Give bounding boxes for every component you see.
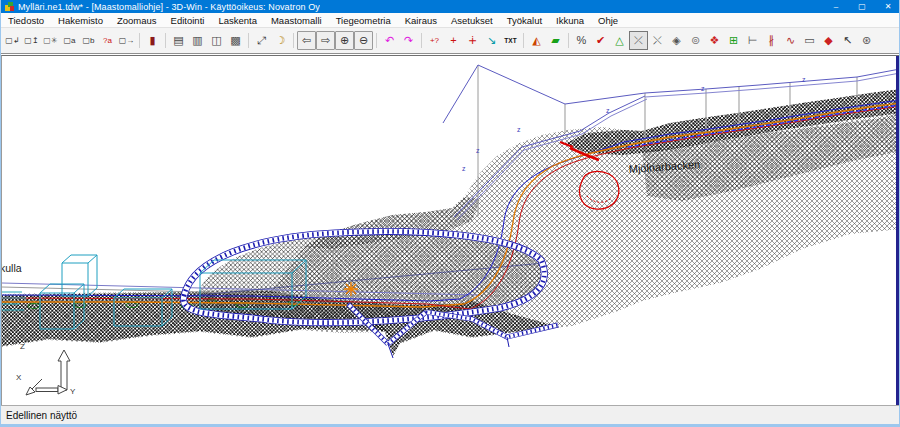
toolbar-button-read-file[interactable]: ▢↲ xyxy=(3,31,22,50)
toolbar-button-previous-view[interactable]: ⇦ xyxy=(297,31,316,50)
svg-text:Z: Z xyxy=(20,342,25,351)
toolbar-button-shade-view[interactable]: ☽ xyxy=(271,31,290,50)
toolbar-button-query-file[interactable]: ?a xyxy=(98,31,117,50)
toolbar-button-pick-tool[interactable]: ↖ xyxy=(838,31,857,50)
toolbar-button-fit-window[interactable]: ⤢ xyxy=(252,31,271,50)
toolbar-button-file-formats[interactable]: ▢✳ xyxy=(41,31,60,50)
toolbar-button-image-capture[interactable]: ▥ xyxy=(188,31,207,50)
menu-item-tiedosto[interactable]: Tiedosto xyxy=(1,13,51,27)
toolbar-button-copy-file-b[interactable]: ▢b xyxy=(79,31,98,50)
terrain-3d-view[interactable]: z z z z z z xyxy=(2,56,900,405)
toolbar-button-export-file[interactable]: ▢→ xyxy=(117,31,136,50)
toolbar-button-zoom-out[interactable]: ⊖ xyxy=(354,31,373,50)
menu-item-editointi[interactable]: Editointi xyxy=(164,13,212,27)
toolbar: ▢↲▢↥▢✳▢a▢b?a▢→▮▤▥◫▩⤢☽⇦⇨⊕⊖↶↷+?+∔↘TXT◭▰%✔△… xyxy=(1,27,900,54)
toolbar-button-novatron-document[interactable]: ▮ xyxy=(143,31,162,50)
toolbar-button-undo[interactable]: ↶ xyxy=(380,31,399,50)
toolbar-button-ruler-vertical[interactable]: ⊢ xyxy=(743,31,762,50)
close-button[interactable]: ✕ xyxy=(875,0,900,13)
menu-item-ikkuna[interactable]: Ikkuna xyxy=(549,13,591,27)
toolbar-button-save-view[interactable]: ◫ xyxy=(207,31,226,50)
svg-text:z: z xyxy=(701,85,705,92)
minimize-button[interactable]: – xyxy=(823,0,849,13)
svg-text:Y: Y xyxy=(70,387,76,396)
menu-item-kairaus[interactable]: Kairaus xyxy=(398,13,444,27)
maximize-button[interactable]: ▢ xyxy=(849,0,875,13)
toolbar-button-color-cube[interactable]: ❖ xyxy=(705,31,724,50)
toolbar-button-profile-curves[interactable]: ∿ xyxy=(781,31,800,50)
status-text: Edellinen näyttö xyxy=(6,410,77,421)
window-title: Mylläri.ne1.tdw* - [Maastomalliohje] - 3… xyxy=(18,2,320,12)
toolbar-separator xyxy=(245,31,252,50)
toolbar-button-copy-file-a[interactable]: ▢a xyxy=(60,31,79,50)
svg-text:z: z xyxy=(462,165,466,172)
toolbar-button-circle-points[interactable]: ⊚ xyxy=(686,31,705,50)
toolbar-button-solid-model[interactable]: ◈ xyxy=(667,31,686,50)
toolbar-button-triangle-model[interactable]: ◭ xyxy=(527,31,546,50)
toolbar-button-next-view[interactable]: ⇨ xyxy=(316,31,335,50)
toolbar-separator xyxy=(136,31,143,50)
canvas-right-edge xyxy=(896,56,900,405)
status-bar: Edellinen näyttö xyxy=(1,405,900,424)
label-left-clipped: kulla xyxy=(2,262,22,274)
toolbar-button-extent-box[interactable]: ▭ xyxy=(800,31,819,50)
toolbar-button-redo[interactable]: ↷ xyxy=(399,31,418,50)
toolbar-button-print[interactable]: ▤ xyxy=(169,31,188,50)
menu-item-työkalut[interactable]: Työkalut xyxy=(500,13,549,27)
toolbar-separator xyxy=(162,31,169,50)
menu-bar: TiedostoHakemistoZoomausEditointiLaskent… xyxy=(1,13,900,27)
toolbar-button-measure-line[interactable]: ↘ xyxy=(482,31,501,50)
toolbar-separator xyxy=(290,31,297,50)
toolbar-separator xyxy=(565,31,572,50)
toolbar-button-xyz-values[interactable]: % xyxy=(572,31,591,50)
menu-item-ohje[interactable]: Ohje xyxy=(591,13,625,27)
title-bar: Mylläri.ne1.tdw* - [Maastomalliohje] - 3… xyxy=(1,0,900,13)
menu-item-asetukset[interactable]: Asetukset xyxy=(444,13,500,27)
svg-text:z: z xyxy=(476,147,480,154)
toolbar-button-profile-cross[interactable]: ∦ xyxy=(762,31,781,50)
menu-item-tiegeometria[interactable]: Tiegeometria xyxy=(329,13,398,27)
toolbar-button-zoom-in[interactable]: ⊕ xyxy=(335,31,354,50)
toolbar-button-edit-triangles[interactable]: ⤫ xyxy=(629,31,648,50)
menu-item-maastomalli[interactable]: Maastomalli xyxy=(264,13,329,27)
axis-gizmo xyxy=(26,350,70,395)
terrain-canvas[interactable]: z z z z z z xyxy=(1,55,900,405)
toolbar-button-write-file[interactable]: ▢↥ xyxy=(22,31,41,50)
toolbar-button-add-point[interactable]: + xyxy=(444,31,463,50)
toolbar-button-hatch-plus[interactable]: ⊞ xyxy=(724,31,743,50)
svg-text:z: z xyxy=(802,76,806,83)
toolbar-separator xyxy=(373,31,380,50)
svg-text:X: X xyxy=(16,373,22,382)
toolbar-separator xyxy=(520,31,527,50)
toolbar-button-sphere-view[interactable]: ⊛ xyxy=(857,31,876,50)
toolbar-button-triangulate[interactable]: △ xyxy=(610,31,629,50)
svg-text:z: z xyxy=(517,126,521,133)
toolbar-button-area-tool[interactable]: ▰ xyxy=(546,31,565,50)
toolbar-button-add-points[interactable]: ∔ xyxy=(463,31,482,50)
app-icon xyxy=(5,2,14,11)
window-controls: – ▢ ✕ xyxy=(823,0,900,13)
toolbar-button-query-point[interactable]: +? xyxy=(425,31,444,50)
toolbar-button-raster-settings[interactable]: ▩ xyxy=(226,31,245,50)
toolbar-button-text-tool[interactable]: TXT xyxy=(501,31,520,50)
toolbar-button-flip-triangles[interactable]: ⤬ xyxy=(648,31,667,50)
toolbar-separator xyxy=(418,31,425,50)
toolbar-button-check-points[interactable]: ✔ xyxy=(591,31,610,50)
menu-item-hakemisto[interactable]: Hakemisto xyxy=(51,13,110,27)
svg-text:z: z xyxy=(606,107,610,114)
menu-item-laskenta[interactable]: Laskenta xyxy=(211,13,264,27)
toolbar-button-model-diamond[interactable]: ◆ xyxy=(819,31,838,50)
application-window: Mylläri.ne1.tdw* - [Maastomalliohje] - 3… xyxy=(0,0,900,427)
menu-item-zoomaus[interactable]: Zoomaus xyxy=(110,13,164,27)
